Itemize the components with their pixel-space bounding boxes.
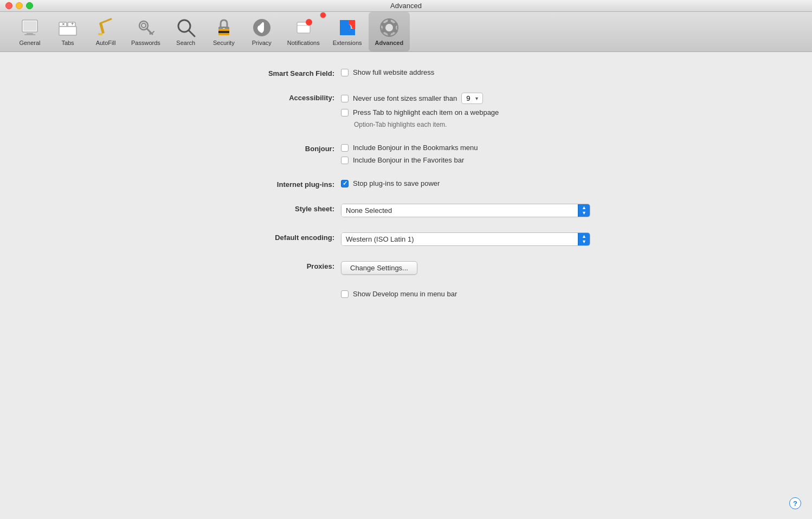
svg-point-29: [306, 19, 312, 25]
proxies-row: Proxies: Change Settings...: [189, 261, 623, 275]
stop-plugins-label: Stop plug-ins to save power: [353, 179, 440, 187]
svg-line-19: [189, 30, 195, 36]
general-icon: [20, 18, 40, 37]
svg-point-14: [141, 23, 146, 28]
tab-security[interactable]: Security: [205, 12, 243, 51]
tab-passwords-label: Passwords: [131, 40, 160, 46]
tab-security-label: Security: [213, 40, 235, 46]
bonjour-bookmarks-row: Include Bonjour in the Bookmarks menu: [341, 144, 623, 152]
press-tab-checkbox[interactable]: [341, 109, 349, 116]
window-title: Advanced: [390, 2, 422, 10]
tab-extensions[interactable]: Extensions: [326, 12, 369, 51]
style-sheet-arrows[interactable]: ▲ ▼: [578, 204, 590, 217]
svg-rect-3: [23, 21, 36, 31]
style-sheet-controls: None Selected ▲ ▼: [341, 204, 623, 217]
never-use-font-label: Never use font sizes smaller than: [353, 94, 457, 102]
advanced-icon: [379, 18, 399, 37]
proxies-controls: Change Settings...: [341, 261, 623, 275]
tab-privacy-label: Privacy: [252, 40, 272, 46]
maximize-button[interactable]: [26, 2, 33, 9]
arrow-up-icon: ▲: [582, 205, 587, 210]
tab-advanced-label: Advanced: [375, 40, 404, 46]
help-button[interactable]: ?: [789, 497, 801, 509]
default-encoding-controls: Western (ISO Latin 1) ▲ ▼: [341, 232, 623, 246]
style-sheet-value: None Selected: [341, 204, 578, 217]
default-encoding-arrows[interactable]: ▲ ▼: [578, 233, 590, 245]
internet-plugins-label: Internet plug-ins:: [189, 179, 341, 189]
tab-autofill-label: AutoFill: [96, 40, 116, 46]
svg-rect-11: [99, 22, 105, 34]
tab-privacy[interactable]: Privacy: [243, 12, 281, 51]
svg-text:✕: ✕: [62, 22, 65, 26]
option-tab-hint: Option-Tab highlights each item.: [354, 121, 623, 128]
internet-plugins-row: Internet plug-ins: Stop plug-ins to save…: [189, 179, 623, 189]
title-bar: Advanced: [0, 0, 812, 12]
tab-tabs[interactable]: ✕ + Tabs: [49, 12, 87, 51]
svg-text:+: +: [71, 21, 74, 27]
style-sheet-row: Style sheet: None Selected ▲ ▼: [189, 204, 623, 217]
tab-general[interactable]: General: [11, 12, 49, 51]
encoding-arrow-down-icon: ▼: [582, 239, 587, 244]
svg-rect-23: [218, 29, 229, 31]
toolbar: General ✕ + Tabs AutoFill: [0, 12, 812, 52]
never-use-font-checkbox[interactable]: [341, 95, 349, 102]
style-sheet-select[interactable]: None Selected ▲ ▼: [341, 204, 590, 217]
svg-rect-7: [59, 27, 76, 35]
accessibility-label: Accessibility:: [189, 93, 341, 102]
bonjour-bookmarks-checkbox[interactable]: [341, 144, 349, 152]
svg-rect-24: [218, 31, 229, 33]
change-settings-button[interactable]: Change Settings...: [341, 261, 417, 275]
default-encoding-label: Default encoding:: [189, 232, 341, 242]
bonjour-bookmarks-label: Include Bonjour in the Bookmarks menu: [353, 144, 478, 152]
close-button[interactable]: [5, 2, 12, 9]
tab-notifications-label: Notifications: [287, 40, 320, 46]
style-sheet-label: Style sheet:: [189, 204, 341, 213]
tab-notifications[interactable]: Notifications: [281, 12, 326, 51]
settings-grid: Smart Search Field: Show full website ad…: [189, 68, 623, 298]
show-full-address-label: Show full website address: [353, 68, 434, 76]
extensions-icon: [338, 18, 357, 37]
svg-point-31: [385, 24, 393, 31]
encoding-arrow-up-icon: ▲: [582, 234, 587, 239]
press-tab-label: Press Tab to highlight each item on a we…: [353, 108, 499, 116]
develop-menu-option: Show Develop menu in menu bar: [341, 290, 623, 298]
bonjour-controls: Include Bonjour in the Bookmarks menu In…: [341, 144, 623, 164]
develop-menu-spacer: [189, 290, 341, 291]
smart-search-field-label: Smart Search Field:: [189, 68, 341, 77]
tabs-icon: ✕ +: [58, 18, 78, 37]
develop-menu-label: Show Develop menu in menu bar: [353, 290, 457, 298]
autofill-icon: [96, 18, 115, 37]
svg-line-17: [152, 31, 154, 34]
tab-advanced[interactable]: Advanced: [369, 12, 410, 51]
font-size-chevron: ▾: [473, 95, 480, 101]
show-full-address-checkbox[interactable]: [341, 69, 349, 76]
smart-search-field-controls: Show full website address: [341, 68, 623, 76]
show-full-address-row: Show full website address: [341, 68, 623, 76]
bonjour-favorites-checkbox[interactable]: [341, 157, 349, 164]
svg-rect-12: [98, 33, 102, 35]
default-encoding-row: Default encoding: Western (ISO Latin 1) …: [189, 232, 623, 246]
window-controls: [5, 2, 33, 9]
stop-plugins-checkbox[interactable]: [341, 180, 349, 187]
default-encoding-select[interactable]: Western (ISO Latin 1) ▲ ▼: [341, 232, 590, 246]
proxies-label: Proxies:: [189, 261, 341, 270]
default-encoding-value: Western (ISO Latin 1): [341, 233, 578, 245]
font-size-select[interactable]: 9 ▾: [461, 93, 483, 104]
tab-tabs-label: Tabs: [61, 40, 74, 46]
stop-plugins-row: Stop plug-ins to save power: [341, 179, 623, 187]
privacy-icon: [252, 18, 272, 37]
develop-menu-controls: Show Develop menu in menu bar: [341, 290, 623, 298]
bonjour-favorites-row: Include Bonjour in the Favorites bar: [341, 156, 623, 164]
notifications-icon: [294, 18, 313, 37]
never-use-font-row: Never use font sizes smaller than 9 ▾: [341, 93, 623, 104]
minimize-button[interactable]: [16, 2, 23, 9]
svg-line-10: [100, 19, 111, 23]
develop-menu-checkbox[interactable]: [341, 290, 349, 298]
tab-autofill[interactable]: AutoFill: [87, 12, 125, 51]
search-icon: [176, 18, 196, 37]
content-area: Smart Search Field: Show full website ad…: [0, 52, 812, 519]
accessibility-row: Accessibility: Never use font sizes smal…: [189, 93, 623, 128]
tab-search[interactable]: Search: [167, 12, 205, 51]
tab-passwords[interactable]: Passwords: [125, 12, 167, 51]
bonjour-row: Bonjour: Include Bonjour in the Bookmark…: [189, 144, 623, 164]
